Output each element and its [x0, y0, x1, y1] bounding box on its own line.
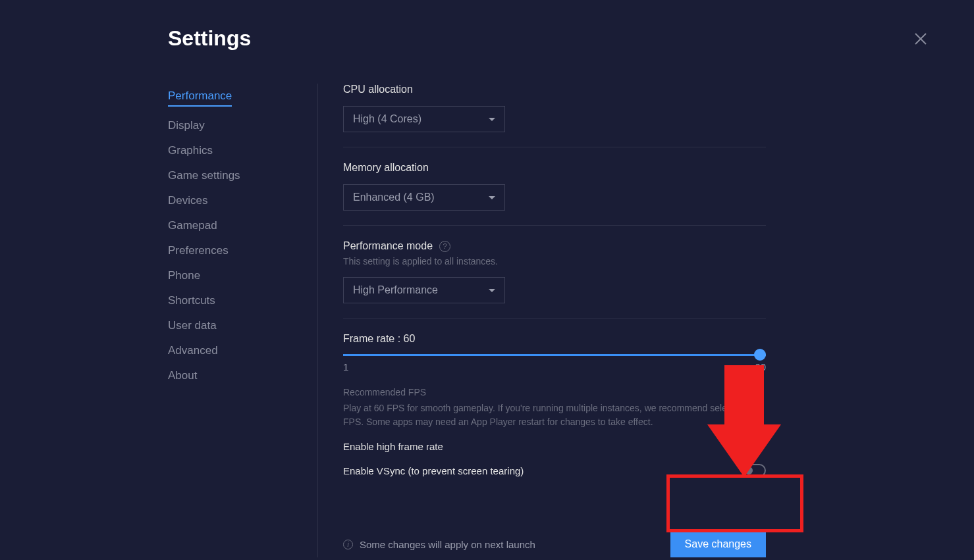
slider-min: 1 — [343, 361, 348, 372]
cpu-allocation-label: CPU allocation — [343, 84, 766, 95]
memory-allocation-dropdown[interactable]: Enhanced (4 GB) — [343, 184, 505, 211]
sidebar-item-phone[interactable]: Phone — [168, 263, 298, 288]
recommended-fps-title: Recommended FPS — [343, 387, 766, 397]
sidebar-item-display[interactable]: Display — [168, 113, 298, 138]
recommended-fps-desc: Play at 60 FPS for smooth gameplay. If y… — [343, 401, 766, 429]
page-title: Settings — [168, 26, 806, 51]
sidebar-item-user-data[interactable]: User data — [168, 313, 298, 338]
slider-max: 60 — [755, 361, 766, 372]
main-content: CPU allocation High (4 Cores) Memory all… — [318, 84, 766, 557]
performance-mode-dropdown[interactable]: High Performance — [343, 277, 505, 303]
frame-rate-label: Frame rate : 60 — [343, 333, 766, 345]
vsync-toggle[interactable] — [742, 464, 766, 477]
memory-allocation-label: Memory allocation — [343, 162, 766, 174]
sidebar-item-preferences[interactable]: Preferences — [168, 238, 298, 263]
cpu-allocation-dropdown[interactable]: High (4 Cores) — [343, 106, 505, 132]
close-icon — [913, 32, 928, 46]
cpu-allocation-value: High (4 Cores) — [353, 113, 421, 125]
sidebar-item-gamepad[interactable]: Gamepad — [168, 213, 298, 238]
performance-mode-value: High Performance — [353, 284, 438, 296]
sidebar-item-shortcuts[interactable]: Shortcuts — [168, 288, 298, 313]
chevron-down-icon — [489, 289, 495, 292]
sidebar-item-performance[interactable]: Performance — [168, 84, 232, 107]
sidebar-item-advanced[interactable]: Advanced — [168, 338, 298, 363]
save-changes-button[interactable]: Save changes — [670, 531, 766, 557]
sidebar-item-graphics[interactable]: Graphics — [168, 138, 298, 163]
high-frame-rate-label: Enable high frame rate — [343, 441, 443, 452]
frame-rate-slider[interactable] — [343, 354, 766, 356]
slider-thumb[interactable] — [754, 349, 766, 361]
chevron-down-icon — [489, 118, 495, 121]
chevron-down-icon — [489, 196, 495, 199]
sidebar: Performance Display Graphics Game settin… — [168, 84, 318, 557]
help-icon[interactable]: ? — [439, 241, 450, 252]
performance-mode-label: Performance mode — [343, 240, 433, 252]
performance-mode-sublabel: This setting is applied to all instances… — [343, 256, 766, 267]
memory-allocation-value: Enhanced (4 GB) — [353, 191, 435, 203]
sidebar-item-about[interactable]: About — [168, 363, 298, 388]
sidebar-item-game-settings[interactable]: Game settings — [168, 163, 298, 188]
close-button[interactable] — [913, 32, 928, 49]
vsync-label: Enable VSync (to prevent screen tearing) — [343, 465, 524, 476]
footer-note-text: Some changes will apply on next launch — [360, 539, 535, 550]
info-icon: i — [343, 540, 353, 549]
sidebar-item-devices[interactable]: Devices — [168, 188, 298, 213]
